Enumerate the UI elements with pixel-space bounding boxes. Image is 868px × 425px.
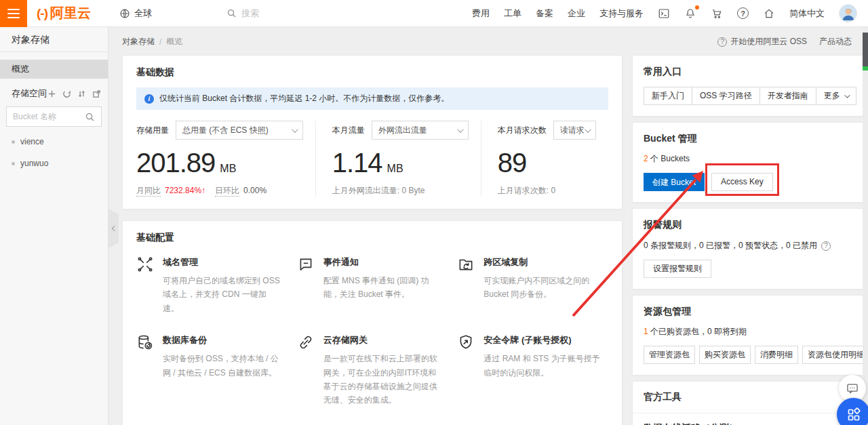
gateway-icon [297, 333, 315, 407]
access-key-button[interactable]: Access Key [711, 173, 773, 191]
question-circle-icon[interactable]: ? [821, 241, 831, 251]
bucket-management-title: Bucket 管理 [644, 133, 868, 145]
resource-usage-detail-button[interactable]: 资源包使用明细 [802, 346, 868, 364]
nav-tickets[interactable]: 工单 [504, 7, 521, 20]
manage-resource-button[interactable]: 管理资源包 [644, 346, 695, 364]
stat-value: 89 [498, 148, 527, 178]
data-migration-section: 数据在线迁移（公测） 进入 在线迁移服务支持第三方源站（数据）迁移到 OSS；支… [633, 413, 868, 425]
hamburger-menu-icon[interactable] [0, 0, 27, 27]
set-alarm-rules-button[interactable]: 设置报警规则 [644, 260, 711, 278]
stat-monthly-requests: 本月请求次数 读请求 89 上月请求次数: 0 [481, 121, 608, 197]
stat-value: 201.89 [136, 148, 215, 178]
info-icon: i [144, 94, 154, 104]
bucket-list-item[interactable]: yunwuo [0, 153, 108, 174]
breadcrumb-root[interactable]: 对象存储 [122, 36, 155, 47]
config-item-gateway[interactable]: 云存储网关是一款可在线下和云上部署的软网关，可在企业的内部IT环境和基于云的存储… [297, 334, 448, 407]
config-item-domain[interactable]: 域名管理可将用户自己的域名绑定到 OSS 域名上，并支持 CDN 一键加速。 [136, 256, 288, 315]
user-avatar[interactable] [839, 4, 857, 22]
developer-guide-button[interactable]: 开发者指南 [760, 87, 816, 105]
getting-started-button[interactable]: 新手入门 [644, 87, 692, 105]
dod-label: 日环比 [215, 186, 239, 197]
stat-unit: MB [387, 163, 403, 175]
bucket-dot-icon [12, 162, 15, 165]
topbar: (-) 阿里云 全球 费用 工单 备案 企业 支持与服务 ? 简体中文 [0, 0, 868, 27]
chevron-down-icon [585, 126, 591, 133]
stat-monthly-traffic: 本月流量 外网流出流量 1.14MB 上月外网流出流量: 0 Byte [315, 121, 481, 197]
bucket-list-item[interactable]: vience [0, 131, 108, 153]
basic-data-card: 基础数据 i 仅统计当前 Bucket 合计数据，平均延迟 1-2 小时。不作为… [122, 55, 623, 209]
page-header-links: ?开始使用阿里云 OSS 产品动态 [717, 36, 852, 47]
notification-badge [695, 5, 699, 9]
alarm-rules-card: 报警规则 0 条报警规则，0 已报警，0 预警状态，0 已禁用? 设置报警规则 [632, 208, 868, 289]
get-started-link[interactable]: ?开始使用阿里云 OSS [717, 36, 807, 47]
requests-select[interactable]: 读请求 [553, 121, 596, 140]
product-news-link[interactable]: 产品动态 [819, 36, 852, 47]
storage-usage-select[interactable]: 总用量 (不含 ECS 快照) [176, 121, 303, 140]
stats-row: 存储用量 总用量 (不含 ECS 快照) 201.89MB 月同比7232.84… [136, 121, 608, 197]
expand-window-icon[interactable] [92, 89, 101, 98]
aliyun-logo[interactable]: (-) 阿里云 [37, 4, 91, 22]
bucket-search[interactable] [6, 106, 102, 127]
add-bucket-icon[interactable] [47, 89, 56, 98]
notice-text: 仅统计当前 Bucket 合计数据，平均延迟 1-2 小时。不作为计量数据，仅作… [159, 93, 449, 104]
logo-bracket-mark: (-) [37, 6, 47, 21]
mom-value: 7232.84%↑ [165, 186, 205, 195]
config-item-cross-region[interactable]: 跨区域复制可实现账户内不同区域之间的 Bucket 同步备份。 [457, 256, 608, 315]
language-selector[interactable]: 简体中文 [789, 7, 825, 20]
help-icon[interactable]: ? [737, 7, 749, 19]
page-scrollbar[interactable] [863, 27, 868, 425]
mom-label: 月同比 [136, 186, 161, 197]
chevron-down-icon [457, 126, 464, 133]
grid-diamond-icon [846, 407, 862, 423]
right-column: 常用入口 新手入门 OSS 学习路径 开发者指南 更多 Bucket 管理 2 … [632, 55, 868, 425]
traffic-select[interactable]: 外网流出流量 [372, 121, 469, 140]
bucket-dot-icon [12, 140, 15, 144]
alarm-rules-title: 报警规则 [644, 219, 868, 231]
config-item-event-notification[interactable]: 事件通知配置 MNS 事件通知 (回调) 功能，关注 Bucket 事件。 [297, 256, 448, 315]
region-label: 全球 [134, 7, 152, 20]
global-search-input[interactable] [241, 8, 323, 18]
bucket-search-input[interactable] [13, 112, 85, 121]
cart-icon[interactable] [711, 7, 723, 20]
nav-enterprise[interactable]: 企业 [568, 7, 585, 20]
quick-entry-card: 常用入口 新手入门 OSS 学习路径 开发者指南 更多 [632, 55, 868, 117]
search-icon [226, 8, 237, 18]
nav-icp[interactable]: 备案 [536, 7, 553, 20]
stat-label: 本月流量 [332, 125, 365, 136]
create-bucket-button[interactable]: 创建 Bucket [644, 173, 705, 191]
consumption-detail-button[interactable]: 消费明细 [755, 346, 798, 364]
more-button[interactable]: 更多 [816, 87, 856, 105]
notification-bell-icon[interactable] [684, 7, 696, 20]
sidebar-collapse-handle[interactable] [108, 209, 119, 248]
chat-bubble-icon [846, 382, 859, 395]
config-item-security-token[interactable]: 安全令牌 (子账号授权)通过 RAM 和 STS 为子账号授予临时的访问权限。 [457, 334, 608, 407]
main-content: 对象存储 / 概览 ?开始使用阿里云 OSS 产品动态 基础数据 i 仅统计当前… [108, 27, 868, 425]
learning-path-button[interactable]: OSS 学习路径 [692, 87, 760, 105]
mini-apps-button[interactable] [837, 398, 868, 425]
scrollbar-thumb[interactable] [863, 33, 868, 66]
config-item-database-backup[interactable]: 数据库备份实时备份到 OSS，支持本地 / 公网 / 其他云 / ECS 自建数… [136, 334, 288, 407]
domain-icon [136, 256, 154, 315]
stat-label: 存储用量 [136, 125, 169, 136]
console-terminal-icon[interactable] [658, 7, 670, 20]
sort-icon[interactable] [77, 89, 86, 98]
stat-subline: 上月外网流出流量: 0 Byte [332, 185, 469, 197]
home-icon[interactable] [763, 7, 775, 20]
refresh-icon[interactable] [62, 89, 71, 98]
global-search[interactable] [226, 8, 323, 18]
stat-label: 本月请求次数 [498, 125, 547, 136]
buckets-section-label: 存储空间 [12, 87, 47, 100]
dod-value: 0.00% [243, 186, 267, 195]
nav-support[interactable]: 支持与服务 [599, 7, 644, 20]
buy-resource-button[interactable]: 购买资源包 [699, 346, 751, 364]
question-circle-icon: ? [717, 37, 727, 47]
stat-subline: 上月请求次数: 0 [498, 185, 596, 197]
region-selector[interactable]: 全球 [119, 7, 152, 20]
data-migration-title: 数据在线迁移（公测） [644, 422, 738, 425]
bucket-count: 2 个 Buckets [644, 153, 868, 165]
main-column: 基础数据 i 仅统计当前 Bucket 合计数据，平均延迟 1-2 小时。不作为… [122, 55, 623, 425]
official-tools-card: 官方工具 更多 数据在线迁移（公测） 进入 在线迁移服务支持第三方源站（数据）迁… [632, 381, 868, 425]
nav-billing[interactable]: 费用 [472, 7, 490, 20]
basic-config-title: 基础配置 [136, 232, 608, 244]
sidebar-item-overview[interactable]: 概览 [0, 60, 108, 79]
